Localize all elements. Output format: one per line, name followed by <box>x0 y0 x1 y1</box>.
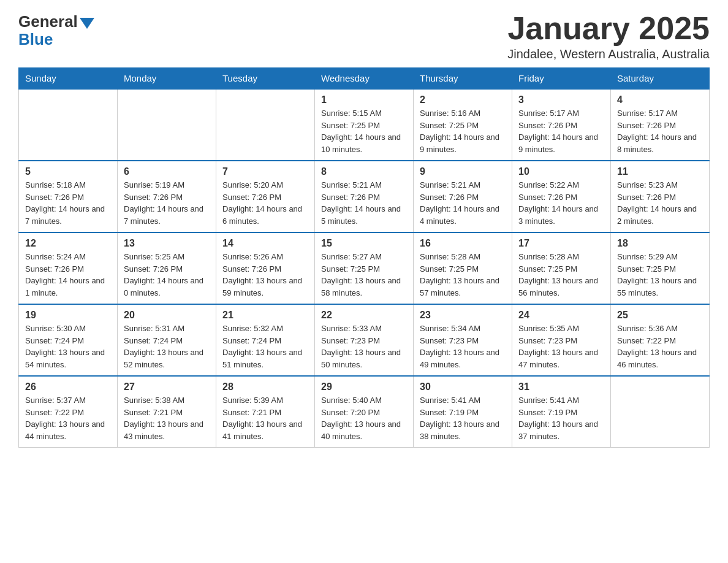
day-info: Sunrise: 5:21 AMSunset: 7:26 PMDaylight:… <box>420 179 506 227</box>
day-info: Sunrise: 5:23 AMSunset: 7:26 PMDaylight:… <box>617 179 703 227</box>
day-number: 8 <box>321 166 407 177</box>
calendar-week-1: 1Sunrise: 5:15 AMSunset: 7:25 PMDaylight… <box>19 89 710 161</box>
calendar-cell: 22Sunrise: 5:33 AMSunset: 7:23 PMDayligh… <box>315 304 414 376</box>
day-info: Sunrise: 5:39 AMSunset: 7:21 PMDaylight:… <box>222 394 308 442</box>
day-number: 14 <box>222 238 308 249</box>
day-info: Sunrise: 5:25 AMSunset: 7:26 PMDaylight:… <box>124 251 210 299</box>
day-number: 15 <box>321 238 407 249</box>
day-info: Sunrise: 5:35 AMSunset: 7:23 PMDaylight:… <box>518 323 604 370</box>
day-number: 2 <box>420 94 506 105</box>
day-info: Sunrise: 5:24 AMSunset: 7:26 PMDaylight:… <box>25 251 111 299</box>
calendar-cell <box>216 89 315 161</box>
day-info: Sunrise: 5:31 AMSunset: 7:24 PMDaylight:… <box>124 323 210 370</box>
day-info: Sunrise: 5:18 AMSunset: 7:26 PMDaylight:… <box>25 179 111 227</box>
day-number: 1 <box>321 94 407 105</box>
day-info: Sunrise: 5:28 AMSunset: 7:25 PMDaylight:… <box>518 251 604 299</box>
calendar-table: SundayMondayTuesdayWednesdayThursdayFrid… <box>18 67 710 448</box>
day-number: 7 <box>222 166 308 177</box>
day-number: 17 <box>518 238 604 249</box>
day-number: 5 <box>25 166 111 177</box>
calendar-cell: 29Sunrise: 5:40 AMSunset: 7:20 PMDayligh… <box>315 376 414 448</box>
calendar-cell: 16Sunrise: 5:28 AMSunset: 7:25 PMDayligh… <box>414 232 512 304</box>
logo-general-text: General <box>18 12 78 31</box>
day-info: Sunrise: 5:16 AMSunset: 7:25 PMDaylight:… <box>420 107 506 155</box>
calendar-header-saturday: Saturday <box>611 68 710 90</box>
day-number: 18 <box>617 238 703 249</box>
day-info: Sunrise: 5:34 AMSunset: 7:23 PMDaylight:… <box>420 323 506 370</box>
day-number: 23 <box>420 310 506 321</box>
day-number: 27 <box>124 381 210 393</box>
calendar-cell: 27Sunrise: 5:38 AMSunset: 7:21 PMDayligh… <box>118 376 216 448</box>
day-number: 31 <box>518 381 604 393</box>
day-number: 3 <box>518 94 604 105</box>
calendar-cell: 6Sunrise: 5:19 AMSunset: 7:26 PMDaylight… <box>118 161 216 232</box>
calendar-cell <box>118 89 216 161</box>
calendar-cell: 14Sunrise: 5:26 AMSunset: 7:26 PMDayligh… <box>216 232 315 304</box>
day-number: 10 <box>518 166 604 177</box>
day-number: 11 <box>617 166 703 177</box>
day-info: Sunrise: 5:29 AMSunset: 7:25 PMDaylight:… <box>617 251 703 299</box>
calendar-cell: 31Sunrise: 5:41 AMSunset: 7:19 PMDayligh… <box>512 376 611 448</box>
calendar-cell: 23Sunrise: 5:34 AMSunset: 7:23 PMDayligh… <box>414 304 512 376</box>
day-info: Sunrise: 5:15 AMSunset: 7:25 PMDaylight:… <box>321 107 407 155</box>
calendar-week-5: 26Sunrise: 5:37 AMSunset: 7:22 PMDayligh… <box>19 376 710 448</box>
day-number: 30 <box>420 381 506 393</box>
location-text: Jindalee, Western Australia, Australia <box>507 47 710 61</box>
day-number: 28 <box>222 381 308 393</box>
calendar-cell: 15Sunrise: 5:27 AMSunset: 7:25 PMDayligh… <box>315 232 414 304</box>
calendar-cell: 4Sunrise: 5:17 AMSunset: 7:26 PMDaylight… <box>611 89 710 161</box>
calendar-cell: 19Sunrise: 5:30 AMSunset: 7:24 PMDayligh… <box>19 304 118 376</box>
calendar-cell: 7Sunrise: 5:20 AMSunset: 7:26 PMDaylight… <box>216 161 315 232</box>
day-number: 29 <box>321 381 407 393</box>
logo-blue-text: Blue <box>18 30 94 49</box>
day-info: Sunrise: 5:22 AMSunset: 7:26 PMDaylight:… <box>518 179 604 227</box>
day-number: 21 <box>222 310 308 321</box>
calendar-week-4: 19Sunrise: 5:30 AMSunset: 7:24 PMDayligh… <box>19 304 710 376</box>
day-info: Sunrise: 5:19 AMSunset: 7:26 PMDaylight:… <box>124 179 210 227</box>
calendar-header-friday: Friday <box>512 68 611 90</box>
day-number: 25 <box>617 310 703 321</box>
calendar-week-2: 5Sunrise: 5:18 AMSunset: 7:26 PMDaylight… <box>19 161 710 232</box>
calendar-cell: 18Sunrise: 5:29 AMSunset: 7:25 PMDayligh… <box>611 232 710 304</box>
calendar-header-row: SundayMondayTuesdayWednesdayThursdayFrid… <box>19 68 710 90</box>
day-number: 12 <box>25 238 111 249</box>
day-number: 20 <box>124 310 210 321</box>
day-info: Sunrise: 5:32 AMSunset: 7:24 PMDaylight:… <box>222 323 308 370</box>
day-info: Sunrise: 5:41 AMSunset: 7:19 PMDaylight:… <box>420 394 506 442</box>
day-info: Sunrise: 5:30 AMSunset: 7:24 PMDaylight:… <box>25 323 111 370</box>
calendar-cell: 13Sunrise: 5:25 AMSunset: 7:26 PMDayligh… <box>118 232 216 304</box>
calendar-cell: 20Sunrise: 5:31 AMSunset: 7:24 PMDayligh… <box>118 304 216 376</box>
calendar-cell: 17Sunrise: 5:28 AMSunset: 7:25 PMDayligh… <box>512 232 611 304</box>
calendar-cell: 26Sunrise: 5:37 AMSunset: 7:22 PMDayligh… <box>19 376 118 448</box>
day-number: 22 <box>321 310 407 321</box>
calendar-cell: 5Sunrise: 5:18 AMSunset: 7:26 PMDaylight… <box>19 161 118 232</box>
day-info: Sunrise: 5:26 AMSunset: 7:26 PMDaylight:… <box>222 251 308 299</box>
day-number: 16 <box>420 238 506 249</box>
calendar-cell: 24Sunrise: 5:35 AMSunset: 7:23 PMDayligh… <box>512 304 611 376</box>
calendar-header-sunday: Sunday <box>19 68 118 90</box>
day-info: Sunrise: 5:33 AMSunset: 7:23 PMDaylight:… <box>321 323 407 370</box>
day-number: 24 <box>518 310 604 321</box>
day-number: 9 <box>420 166 506 177</box>
day-number: 6 <box>124 166 210 177</box>
calendar-cell: 10Sunrise: 5:22 AMSunset: 7:26 PMDayligh… <box>512 161 611 232</box>
day-number: 19 <box>25 310 111 321</box>
calendar-header-wednesday: Wednesday <box>315 68 414 90</box>
calendar-cell: 2Sunrise: 5:16 AMSunset: 7:25 PMDaylight… <box>414 89 512 161</box>
page-header: General Blue January 2025 Jindalee, West… <box>18 12 710 61</box>
day-info: Sunrise: 5:21 AMSunset: 7:26 PMDaylight:… <box>321 179 407 227</box>
title-section: January 2025 Jindalee, Western Australia… <box>507 12 710 61</box>
calendar-header-tuesday: Tuesday <box>216 68 315 90</box>
calendar-cell: 3Sunrise: 5:17 AMSunset: 7:26 PMDaylight… <box>512 89 611 161</box>
logo: General Blue <box>18 12 94 49</box>
logo-triangle-icon <box>80 18 94 29</box>
calendar-cell: 1Sunrise: 5:15 AMSunset: 7:25 PMDaylight… <box>315 89 414 161</box>
calendar-cell <box>611 376 710 448</box>
day-info: Sunrise: 5:41 AMSunset: 7:19 PMDaylight:… <box>518 394 604 442</box>
day-info: Sunrise: 5:40 AMSunset: 7:20 PMDaylight:… <box>321 394 407 442</box>
calendar-cell: 8Sunrise: 5:21 AMSunset: 7:26 PMDaylight… <box>315 161 414 232</box>
day-info: Sunrise: 5:27 AMSunset: 7:25 PMDaylight:… <box>321 251 407 299</box>
month-title: January 2025 <box>507 12 710 44</box>
calendar-header-thursday: Thursday <box>414 68 512 90</box>
calendar-cell: 30Sunrise: 5:41 AMSunset: 7:19 PMDayligh… <box>414 376 512 448</box>
